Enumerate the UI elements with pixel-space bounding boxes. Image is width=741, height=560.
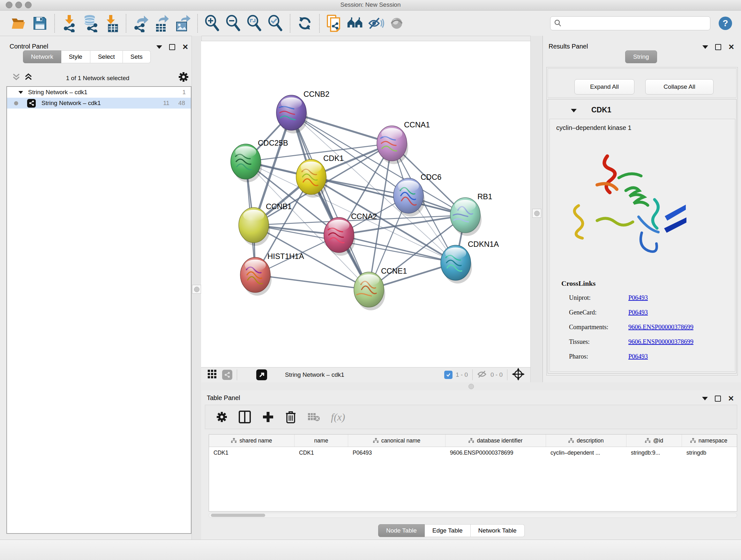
- zoom-out-icon[interactable]: [225, 14, 242, 32]
- network-canvas[interactable]: CCNB2CCNA1CDC25BCDK1CDC6RB1CCNB1CCNA2CDK…: [201, 41, 530, 368]
- panel-close-icon[interactable]: ✕: [728, 396, 734, 401]
- panel-menu-icon[interactable]: [702, 397, 708, 400]
- first-neighbors-houses-icon[interactable]: [347, 14, 363, 32]
- tab-edge-table[interactable]: Edge Table: [425, 524, 471, 537]
- open-session-icon[interactable]: [10, 14, 27, 32]
- panel-float-icon[interactable]: [715, 44, 721, 50]
- column-header[interactable]: canonical name: [348, 435, 446, 447]
- network-node-cdkn1a[interactable]: CDKN1A: [441, 240, 499, 284]
- cell-namespace[interactable]: stringdb: [682, 447, 736, 458]
- table-settings-gear-icon[interactable]: [216, 411, 227, 423]
- right-splitter-handle[interactable]: [532, 209, 541, 218]
- table-horizontal-scrollbar[interactable]: [209, 513, 737, 518]
- show-all-icon[interactable]: [389, 14, 406, 32]
- tab-sets[interactable]: Sets: [123, 51, 151, 63]
- panel-float-icon[interactable]: [715, 395, 721, 401]
- network-graph[interactable]: CCNB2CCNA1CDC25BCDK1CDC6RB1CCNB1CCNA2CDK…: [201, 41, 530, 368]
- string-view-icon[interactable]: [222, 370, 232, 380]
- export-image-icon[interactable]: [175, 14, 191, 32]
- table-row[interactable]: CDK1 CDK1 P06493 9606.ENSP00000378699 cy…: [209, 447, 737, 458]
- status-separator: [472, 369, 473, 380]
- column-header[interactable]: shared name: [209, 435, 294, 447]
- save-session-icon[interactable]: [31, 14, 48, 32]
- create-column-plus-icon[interactable]: [262, 411, 274, 423]
- crosslink-value[interactable]: 9606.ENSP00000378699: [628, 323, 693, 331]
- collapse-all-button[interactable]: Collapse All: [645, 79, 714, 95]
- tab-string[interactable]: String: [625, 51, 657, 63]
- zoom-selected-icon[interactable]: [267, 14, 284, 32]
- panel-menu-icon[interactable]: [702, 45, 708, 49]
- node-label-cdc6: CDC6: [421, 173, 441, 181]
- network-collection-row[interactable]: String Network – cdk1 1: [7, 87, 191, 98]
- column-header[interactable]: namespace: [682, 435, 736, 447]
- export-network-icon[interactable]: [132, 14, 149, 32]
- hide-selected-icon[interactable]: [368, 14, 385, 32]
- delete-column-trash-icon[interactable]: [285, 410, 296, 424]
- function-builder-icon[interactable]: f(x): [331, 411, 345, 423]
- tab-network-table[interactable]: Network Table: [471, 524, 525, 537]
- scrollbar-thumb[interactable]: [211, 514, 265, 517]
- search-input[interactable]: [562, 19, 697, 27]
- network-node-rb1[interactable]: RB1: [450, 192, 492, 236]
- network-view-toolbar: String Network – cdk1 1 - 0 0 - 0: [201, 367, 530, 382]
- panel-close-icon[interactable]: ✕: [182, 45, 188, 50]
- cell-description[interactable]: cyclin–dependent ...: [546, 447, 626, 458]
- cell-shared-name[interactable]: CDK1: [209, 447, 294, 458]
- cell-id[interactable]: stringdb:9...: [626, 447, 682, 458]
- zoom-fit-content-icon[interactable]: [246, 14, 263, 32]
- tab-node-table[interactable]: Node Table: [378, 524, 425, 537]
- column-header[interactable]: description: [546, 435, 626, 447]
- panel-menu-icon[interactable]: [156, 45, 162, 49]
- column-tree-icon: [468, 438, 474, 443]
- new-network-from-selection-icon[interactable]: [326, 14, 342, 32]
- crosslink-value[interactable]: 9606.ENSP00000378699: [628, 338, 693, 346]
- application-window: Session: New Session: [0, 0, 741, 560]
- network-view-dot-icon: [14, 101, 18, 105]
- panel-float-icon[interactable]: [169, 44, 175, 50]
- search-box[interactable]: [550, 16, 711, 30]
- toolbar-separator: [319, 14, 320, 33]
- entry-collapse-icon[interactable]: [571, 109, 577, 112]
- column-header[interactable]: @id: [626, 435, 682, 447]
- right-splitter[interactable]: [530, 36, 543, 382]
- panel-close-icon[interactable]: ✕: [728, 45, 734, 50]
- tab-select[interactable]: Select: [90, 51, 123, 63]
- gear-icon[interactable]: [178, 71, 189, 82]
- node-label-rb1: RB1: [477, 192, 492, 201]
- tab-network[interactable]: Network: [23, 51, 61, 63]
- tree-expand-icon[interactable]: [18, 91, 23, 94]
- selected-checkbox-icon[interactable]: [444, 371, 453, 379]
- network-node-ccnb2[interactable]: CCNB2: [276, 90, 329, 133]
- cell-database-identifier[interactable]: 9606.ENSP00000378699: [446, 447, 546, 458]
- splitter-handle[interactable]: [468, 384, 474, 389]
- show-columns-icon[interactable]: [239, 410, 251, 424]
- crosslink-value[interactable]: P06493: [628, 353, 648, 360]
- cell-canonical-name[interactable]: P06493: [348, 447, 446, 458]
- help-button[interactable]: ?: [719, 17, 732, 30]
- cell-name[interactable]: CDK1: [294, 447, 348, 458]
- birds-eye-view-icon[interactable]: [256, 369, 267, 380]
- import-network-icon[interactable]: [61, 14, 77, 32]
- left-splitter[interactable]: [192, 36, 202, 540]
- import-table-icon[interactable]: [103, 14, 120, 32]
- network-node-cdc6[interactable]: CDC6: [394, 173, 441, 216]
- crosslink-value[interactable]: P06493: [628, 294, 648, 301]
- crosslink-value[interactable]: P06493: [628, 309, 648, 316]
- grid-view-icon[interactable]: [207, 369, 217, 381]
- crosslink-row: GeneCard:P06493: [550, 305, 736, 320]
- column-header[interactable]: database identifier: [446, 435, 546, 447]
- zoom-in-icon[interactable]: [204, 14, 220, 32]
- network-node-ccna1[interactable]: CCNA1: [377, 120, 430, 164]
- column-header[interactable]: name: [294, 435, 348, 447]
- network-row-selected[interactable]: String Network – cdk1 11 48: [7, 98, 191, 109]
- expand-all-button[interactable]: Expand All: [575, 79, 634, 95]
- table-panel-splitter[interactable]: [201, 382, 741, 390]
- refresh-icon[interactable]: [296, 14, 313, 32]
- left-splitter-handle[interactable]: [192, 285, 201, 294]
- network-node-hist1h1a[interactable]: HIST1H1A: [240, 252, 304, 296]
- fit-selected-crosshair-icon[interactable]: [512, 368, 525, 382]
- import-network-from-database-icon[interactable]: [82, 14, 98, 32]
- export-table-icon[interactable]: [153, 14, 170, 32]
- tab-style[interactable]: Style: [61, 51, 90, 63]
- delete-table-icon[interactable]: [307, 412, 320, 422]
